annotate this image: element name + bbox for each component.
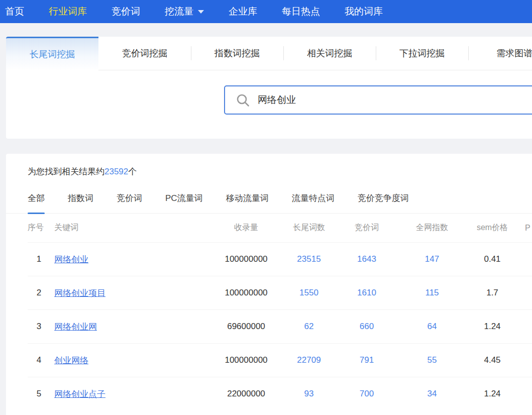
table-header-row: 序号 关键词 收录量 长尾词数 竞价词 全网指数 sem价格 P [28,214,532,242]
filter-tab-all[interactable]: 全部 [28,192,45,213]
table-row: 2 网络创业项目 100000000 1550 1610 115 1.7 [28,276,532,309]
nav-item-label: 每日热点 [282,5,320,18]
top-navbar: 首页 行业词库 竞价词 挖流量 企业库 每日热点 我的词库 [0,0,532,23]
nav-item-bidding-words[interactable]: 竞价词 [112,5,140,18]
table-row: 5 网络创业点子 22000000 93 700 34 1.24 [28,377,532,410]
bid-count-link[interactable]: 791 [360,355,374,365]
col-header-bid: 竞价词 [337,223,397,233]
inclusion-count: 100000000 [211,355,281,365]
tab-index-mining[interactable]: 指数词挖掘 [191,37,283,70]
overall-index-link[interactable]: 34 [428,389,437,398]
chevron-down-icon [198,10,204,14]
mining-tab-strip: 长尾词挖掘 竞价词挖掘 指数词挖掘 相关词挖掘 下拉词挖掘 需求图谱 [6,37,532,70]
search-area [6,70,532,139]
overall-index-link[interactable]: 115 [425,288,439,297]
nav-item-label: 挖流量 [165,5,193,18]
filter-tab-mobile-traffic[interactable]: 移动流量词 [226,192,269,213]
filter-tab-strip: 全部 指数词 竞价词 PC流量词 移动流量词 流量特点词 竞价竞争度词 [6,177,532,214]
col-header-overall-index: 全网指数 [397,223,467,233]
tab-bidding-mining[interactable]: 竞价词挖掘 [98,37,191,70]
search-input[interactable] [258,94,509,106]
results-panel: 为您找到相关结果约23592个 全部 指数词 竞价词 PC流量词 移动流量词 流… [6,154,532,415]
results-count: 23592 [104,167,128,176]
bid-count-link[interactable]: 660 [360,322,374,331]
results-suffix: 个 [128,167,137,176]
table-row: 3 网络创业网 69600000 62 660 64 1.24 [28,309,532,343]
row-seq: 5 [28,389,50,399]
col-header-inclusion: 收录量 [211,223,281,233]
keyword-link[interactable]: 网络创业 [54,255,88,264]
longtail-count-link[interactable]: 93 [304,389,314,398]
longtail-count-link[interactable]: 62 [304,322,314,331]
sem-price: 4.45 [467,355,517,365]
search-box[interactable] [224,85,532,115]
sem-price: 1.7 [467,288,517,298]
sem-price: 1.24 [467,322,517,332]
overall-index-link[interactable]: 55 [428,355,437,365]
bid-count-link[interactable]: 1643 [357,254,376,264]
nav-item-daily-hot[interactable]: 每日热点 [282,5,320,18]
table-row: 1 网络创业 100000000 23515 1643 147 0.41 [28,242,532,276]
filter-tab-bid-competition[interactable]: 竞价竞争度词 [358,192,409,213]
inclusion-count: 69600000 [211,322,281,332]
col-header-seq: 序号 [28,223,50,233]
nav-item-label: 行业词库 [49,5,87,18]
keyword-link[interactable]: 创业网络 [54,356,88,365]
sem-price: 1.24 [467,389,517,399]
longtail-count-link[interactable]: 1550 [299,288,318,297]
filter-tab-bidding-words[interactable]: 竞价词 [117,192,142,213]
nav-item-home[interactable]: 首页 [5,5,24,18]
keyword-link[interactable]: 网络创业网 [54,322,97,332]
col-header-keyword: 关键词 [50,223,211,233]
mining-panel: 长尾词挖掘 竞价词挖掘 指数词挖掘 相关词挖掘 下拉词挖掘 需求图谱 [6,37,532,139]
col-header-truncated: P [517,224,532,233]
nav-item-label: 我的词库 [345,5,383,18]
results-prefix: 为您找到相关结果约 [28,167,104,176]
keyword-link[interactable]: 网络创业项目 [54,288,105,298]
longtail-count-link[interactable]: 23515 [297,254,321,264]
tab-related-mining[interactable]: 相关词挖掘 [283,37,376,70]
overall-index-link[interactable]: 147 [425,254,439,264]
inclusion-count: 100000000 [211,288,281,298]
nav-item-dig-traffic[interactable]: 挖流量 [165,5,204,18]
filter-tab-index-words[interactable]: 指数词 [68,192,93,213]
nav-item-label: 企业库 [229,5,257,18]
nav-item-industry-lexicon[interactable]: 行业词库 [49,5,87,18]
sem-price: 0.41 [467,254,517,264]
inclusion-count: 22000000 [211,389,281,399]
row-seq: 4 [28,355,50,365]
row-seq: 1 [28,254,50,264]
bid-count-link[interactable]: 700 [360,389,374,398]
bid-count-link[interactable]: 1610 [357,288,376,297]
tab-dropdown-mining[interactable]: 下拉词挖掘 [376,37,468,70]
nav-item-enterprise-lib[interactable]: 企业库 [229,5,257,18]
tab-longtail-mining[interactable]: 长尾词挖掘 [6,37,98,70]
row-seq: 3 [28,322,50,332]
col-header-longtail: 长尾词数 [281,223,337,233]
search-icon [236,93,250,107]
nav-item-my-lexicon[interactable]: 我的词库 [345,5,383,18]
keyword-table: 序号 关键词 收录量 长尾词数 竞价词 全网指数 sem价格 P 1 网络创业 … [6,214,532,410]
filter-tab-traffic-feature[interactable]: 流量特点词 [292,192,335,213]
tab-demand-graph[interactable]: 需求图谱 [468,37,532,70]
inclusion-count: 100000000 [211,254,281,264]
overall-index-link[interactable]: 64 [428,322,437,331]
nav-item-label: 首页 [5,5,24,18]
col-header-sem-price: sem价格 [467,223,517,233]
row-seq: 2 [28,288,50,298]
keyword-link[interactable]: 网络创业点子 [54,389,105,399]
longtail-count-link[interactable]: 22709 [297,355,321,365]
results-summary: 为您找到相关结果约23592个 [6,154,532,177]
filter-tab-pc-traffic[interactable]: PC流量词 [165,192,203,213]
table-row: 4 创业网络 100000000 22709 791 55 4.45 [28,343,532,377]
nav-item-label: 竞价词 [112,5,140,18]
